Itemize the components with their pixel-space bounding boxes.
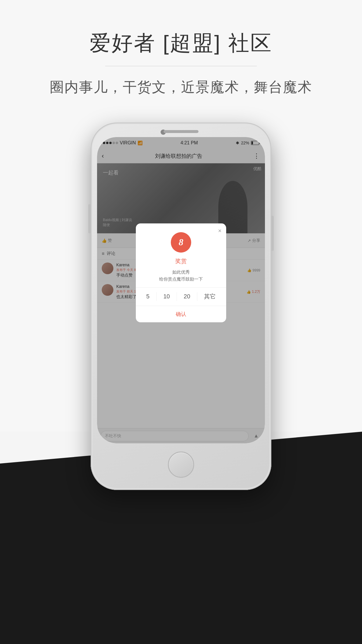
option-divider-1 (156, 292, 157, 301)
reward-option-5[interactable]: 5 (146, 293, 150, 300)
reward-modal-overlay: × 8 奖赏 如此优秀 给你赏点魔币鼓励一下 (97, 137, 265, 443)
phone-device: VIRGIN 📶 4:21 PM ✱ 22% ‹ 刘谦给联想拍 (91, 123, 271, 490)
screen-content: VIRGIN 📶 4:21 PM ✱ 22% ‹ 刘谦给联想拍 (97, 137, 265, 443)
reward-option-other[interactable]: 其它 (204, 293, 216, 300)
title-divider (105, 66, 257, 66)
top-section: 爱好者 [超盟] 社区 圈内事儿，干货文，近景魔术，舞台魔术 (0, 29, 362, 97)
modal-brand-icon: 8 (171, 232, 191, 253)
main-title: 爱好者 [超盟] 社区 (0, 29, 362, 57)
reward-modal: × 8 奖赏 如此优秀 给你赏点魔币鼓励一下 (136, 223, 226, 322)
reward-option-10[interactable]: 10 (163, 293, 170, 300)
modal-description: 如此优秀 给你赏点魔币鼓励一下 (153, 269, 209, 283)
modal-icon-text: 8 (179, 237, 183, 248)
reward-option-20[interactable]: 20 (184, 293, 190, 300)
modal-close-button[interactable]: × (218, 228, 222, 234)
option-divider-3 (197, 292, 197, 301)
phone-shell: VIRGIN 📶 4:21 PM ✱ 22% ‹ 刘谦给联想拍 (91, 123, 271, 490)
phone-speaker (164, 130, 198, 133)
confirm-button[interactable]: 确认 (136, 306, 226, 322)
modal-options: 5 10 20 其它 (136, 288, 226, 306)
phone-screen: VIRGIN 📶 4:21 PM ✱ 22% ‹ 刘谦给联想拍 (97, 137, 265, 443)
modal-title: 奖赏 (175, 257, 187, 265)
modal-header: 8 奖赏 如此优秀 给你赏点魔币鼓励一下 (136, 223, 226, 287)
home-button[interactable] (168, 452, 194, 478)
sub-title: 圈内事儿，干货文，近景魔术，舞台魔术 (0, 78, 362, 97)
option-divider-2 (177, 292, 177, 301)
